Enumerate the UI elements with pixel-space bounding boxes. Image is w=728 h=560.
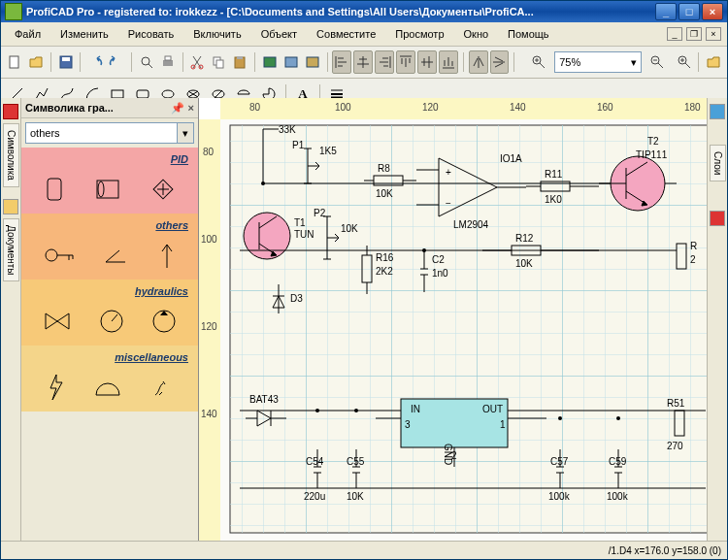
- menu-align[interactable]: Совместите: [309, 26, 383, 42]
- flip-h-button[interactable]: [469, 50, 488, 74]
- copy-button[interactable]: [209, 50, 228, 74]
- align-left-button[interactable]: [332, 50, 351, 74]
- new-button[interactable]: [5, 50, 24, 74]
- svg-rect-4: [163, 60, 173, 66]
- zoom-select[interactable]: 75%▾: [554, 51, 642, 73]
- redo-button[interactable]: [107, 50, 126, 74]
- svg-text:T2: T2: [647, 136, 659, 147]
- svg-text:P1: P1: [292, 140, 305, 150]
- heart-icon[interactable]: [3, 104, 18, 119]
- image1-button[interactable]: [260, 50, 280, 74]
- category-select[interactable]: [25, 122, 178, 144]
- symbol-spark-icon[interactable]: [149, 374, 177, 401]
- window-title: ProfiCAD Pro - registered to: irokkezz -…: [26, 6, 655, 17]
- svg-text:1K5: 1K5: [319, 146, 337, 156]
- align-center-h-button[interactable]: [353, 50, 373, 74]
- category-hydraulics[interactable]: hydraulics: [21, 280, 198, 346]
- svg-rect-11: [237, 56, 243, 59]
- menu-view[interactable]: Просмотр: [387, 26, 451, 42]
- folder-icon[interactable]: [3, 199, 18, 214]
- align-top-button[interactable]: [396, 50, 415, 74]
- category-miscellaneous[interactable]: miscellaneous: [21, 346, 198, 412]
- panel-close-icon[interactable]: ×: [188, 102, 194, 115]
- close-button[interactable]: ×: [702, 3, 723, 20]
- svg-text:C54: C54: [306, 456, 324, 467]
- align-middle-button[interactable]: [417, 50, 437, 74]
- mdi-restore-icon[interactable]: ❐: [686, 27, 702, 41]
- category-others[interactable]: others: [21, 214, 198, 280]
- svg-text:TUN: TUN: [294, 229, 314, 240]
- symbol-gauge-icon[interactable]: [98, 308, 125, 335]
- svg-text:10K: 10K: [341, 223, 358, 234]
- svg-text:IO1A: IO1A: [500, 153, 522, 164]
- zoom-out-button[interactable]: [645, 50, 669, 74]
- symbol-pump-icon[interactable]: [150, 308, 178, 335]
- flip-v-button[interactable]: [490, 50, 510, 74]
- svg-text:P2: P2: [314, 208, 326, 218]
- menu-draw[interactable]: Рисовать: [120, 26, 182, 42]
- svg-rect-2: [62, 57, 70, 61]
- symbol-vessel-icon[interactable]: [42, 175, 67, 204]
- tab-symbols[interactable]: Символика: [3, 123, 19, 187]
- svg-text:100k: 100k: [548, 491, 571, 502]
- tab-documents[interactable]: Документы: [3, 218, 19, 282]
- cut-button[interactable]: [187, 50, 207, 74]
- open-button[interactable]: [26, 50, 46, 74]
- category-pid[interactable]: PID: [21, 148, 198, 214]
- menu-help[interactable]: Помощь: [500, 26, 557, 42]
- svg-text:C2: C2: [432, 254, 445, 265]
- svg-text:10K: 10K: [347, 491, 364, 502]
- svg-rect-23: [48, 179, 61, 200]
- symbol-angle-icon[interactable]: [102, 245, 131, 266]
- mdi-close-icon[interactable]: ×: [706, 27, 721, 41]
- align-right-button[interactable]: [375, 50, 394, 74]
- dropdown-icon[interactable]: ▾: [178, 122, 194, 144]
- svg-text:+: +: [446, 167, 451, 178]
- zoom-button[interactable]: [527, 50, 550, 74]
- menu-file[interactable]: Файл: [7, 26, 49, 42]
- symbol-flash-icon[interactable]: [43, 373, 66, 402]
- svg-text:100k: 100k: [607, 491, 629, 502]
- tab-layers[interactable]: Слои: [710, 145, 726, 181]
- menu-object[interactable]: Объект: [253, 26, 305, 42]
- svg-rect-14: [307, 57, 318, 67]
- print-preview-button[interactable]: [137, 50, 156, 74]
- layers-icon[interactable]: [710, 104, 725, 119]
- svg-point-20: [162, 90, 174, 98]
- image3-button[interactable]: [303, 50, 322, 74]
- minimize-button[interactable]: _: [655, 3, 677, 20]
- zoom-in-button[interactable]: [673, 50, 696, 74]
- menu-edit[interactable]: Изменить: [52, 26, 116, 42]
- drawing-canvas[interactable]: 33K P1 1K5 R8 10K + − IO1A LM2904: [220, 119, 707, 542]
- pin-icon[interactable]: 📌: [171, 102, 184, 115]
- align-bottom-button[interactable]: [439, 50, 458, 74]
- menu-window[interactable]: Окно: [456, 26, 497, 42]
- paste-button[interactable]: [230, 50, 249, 74]
- folder-button[interactable]: [704, 50, 723, 74]
- symbol-dome-icon[interactable]: [92, 376, 123, 399]
- svg-point-85: [261, 181, 265, 185]
- symbol-arrow-up-icon[interactable]: [157, 241, 177, 270]
- symbol-valve-icon[interactable]: [42, 310, 73, 333]
- svg-text:10K: 10K: [515, 258, 533, 269]
- svg-text:R16: R16: [376, 252, 394, 263]
- print-button[interactable]: [158, 50, 178, 74]
- image2-button[interactable]: [281, 50, 301, 74]
- save-button[interactable]: [56, 50, 76, 74]
- left-tab-strip: Символика Документы: [1, 98, 21, 542]
- symbol-diamond-icon[interactable]: [149, 175, 178, 204]
- svg-rect-0: [10, 56, 18, 68]
- svg-text:BAT43: BAT43: [249, 394, 279, 405]
- menu-insert[interactable]: Включить: [185, 26, 248, 42]
- maximize-button[interactable]: □: [678, 3, 700, 20]
- svg-point-88: [354, 409, 358, 412]
- symbol-key-icon[interactable]: [43, 243, 76, 268]
- horizontal-ruler: 80 100 120 140 160 180: [220, 98, 707, 120]
- undo-button[interactable]: [85, 50, 105, 74]
- heart2-icon[interactable]: [710, 211, 725, 226]
- svg-point-6: [191, 65, 195, 69]
- symbol-tank-icon[interactable]: [93, 175, 122, 204]
- svg-text:2: 2: [690, 254, 696, 265]
- mdi-minimize-icon[interactable]: _: [667, 27, 682, 41]
- svg-point-89: [558, 416, 562, 420]
